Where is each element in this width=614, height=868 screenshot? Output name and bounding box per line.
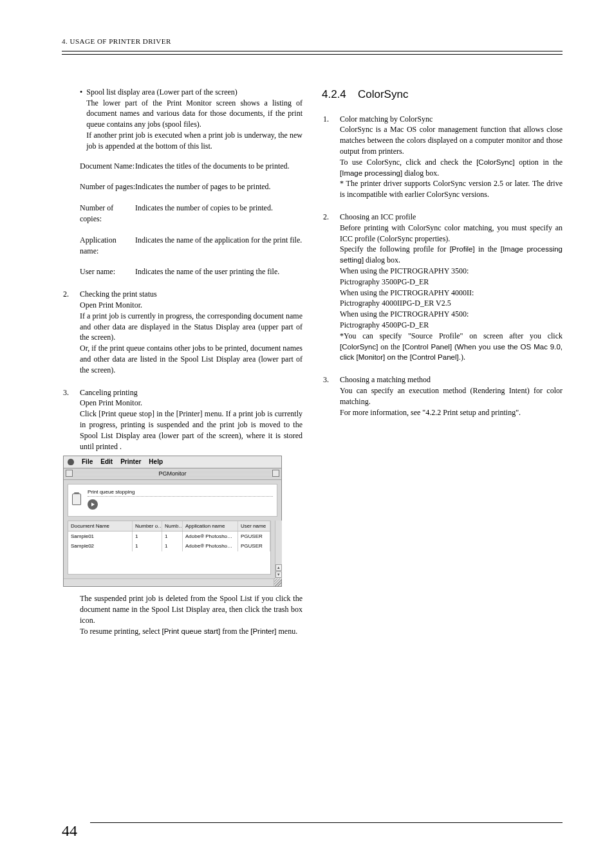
right-column: 4.2.4ColorSync 1. Color matching by Colo…	[322, 87, 563, 637]
cell-usr: PGUSER	[238, 531, 270, 541]
def-desc: Indicates the name of the application fo…	[135, 235, 302, 257]
def-desc: Indicates the number of copies to be pri…	[135, 203, 302, 225]
bullet-p1: The lower part of the Print Monitor scre…	[86, 98, 302, 129]
step-note: *You can specify "Source Profile" on scr…	[340, 331, 563, 362]
step-para: Or, if the print queue contains other jo…	[80, 344, 302, 374]
menu-edit[interactable]: Edit	[100, 457, 113, 466]
resize-handle-icon[interactable]	[274, 578, 281, 586]
step-title: Canceling printing	[80, 388, 138, 397]
col-num-copies[interactable]: Numb…	[162, 521, 183, 531]
step-para: ColorSync is a Mac OS color management f…	[340, 125, 563, 156]
col-user-name[interactable]: User name	[238, 521, 270, 531]
table-row[interactable]: Sample01 1 1 Adobe® Photosho… PGUSER	[68, 531, 270, 541]
play-stop-icon[interactable]	[88, 499, 98, 510]
cell-nc: 1	[162, 531, 183, 541]
def-term: Number of pages:	[80, 181, 135, 192]
profile-line: Pictrography 4000IIPG-D_ER V2.5	[340, 299, 451, 308]
step-number: 3.	[322, 374, 340, 418]
step-para: Click [Print queue stop] in the [Printer…	[80, 409, 302, 450]
profile-line: When using the PICTROGRAPHY 4500:	[340, 309, 469, 319]
def-term: Number of copies:	[80, 203, 135, 225]
left-column: • Spool list display area (Lower part of…	[62, 87, 302, 637]
window-titlebar[interactable]: PGMonitor	[64, 468, 281, 480]
def-term: Document Name:	[80, 161, 135, 172]
menubar[interactable]: File Edit Printer Help	[64, 456, 281, 468]
step-number: 1.	[322, 114, 340, 200]
cell-doc: Sample02	[68, 541, 133, 551]
window-title: PGMonitor	[158, 470, 186, 477]
def-desc: Indicates the name of the user printing …	[135, 266, 302, 277]
page-number: 44	[62, 820, 77, 842]
step-line: Open Print Monitor.	[80, 300, 142, 309]
bullet-p2: If another print job is executed when a …	[86, 131, 302, 151]
status-pane: Print queue stopping	[68, 484, 277, 517]
section-header: 4. USAGE OF PRINTER DRIVER	[62, 37, 171, 45]
after-p1: The suspended print job is deleted from …	[80, 594, 302, 625]
step-number: 2.	[62, 289, 80, 375]
step-para: Specify the following profile for [Profi…	[340, 245, 563, 264]
step-para: To use ColorSync, click and check the [C…	[340, 158, 563, 178]
scrollbar[interactable]: ▴ ▾	[275, 521, 282, 578]
apple-menu-icon[interactable]	[68, 459, 74, 465]
scroll-down-icon[interactable]: ▾	[275, 571, 282, 578]
step-number: 3.	[62, 387, 80, 452]
cell-np: 1	[133, 541, 162, 551]
menu-help[interactable]: Help	[149, 457, 163, 466]
profile-line: When using the PICTROGRAPHY 4000II:	[340, 288, 474, 297]
step-title: Choosing a matching method	[340, 375, 431, 384]
menu-file[interactable]: File	[82, 457, 93, 466]
col-app-name[interactable]: Application name	[183, 521, 238, 531]
scroll-up-icon[interactable]: ▴	[275, 564, 282, 571]
pgmonitor-window: File Edit Printer Help PGMonitor Print q…	[63, 456, 282, 587]
cell-nc: 1	[162, 541, 183, 551]
step-number: 2.	[322, 212, 340, 363]
after-p2: To resume printing, select [Print queue …	[80, 627, 297, 636]
definitions-table: Document Name: Indicates the titles of t…	[80, 161, 302, 278]
step-title: Checking the print status	[80, 290, 157, 299]
step-title: Color matching by ColorSync	[340, 115, 433, 124]
def-term: User name:	[80, 266, 135, 277]
menu-printer[interactable]: Printer	[120, 457, 141, 466]
col-num-pages[interactable]: Number o…	[133, 521, 162, 531]
step-line: Open Print Monitor.	[80, 398, 142, 407]
status-text: Print queue stopping	[88, 488, 273, 497]
section-title: ColorSync	[358, 88, 408, 100]
section-heading: 4.2.4ColorSync	[322, 87, 563, 102]
trash-icon[interactable]	[72, 494, 81, 505]
spool-list-table: Document Name Number o… Numb… Applicatio…	[68, 521, 271, 575]
step-para: For more information, see "4.2.2 Print s…	[340, 408, 521, 417]
section-number: 4.2.4	[322, 87, 358, 102]
footer-rule	[90, 822, 563, 823]
step-para: Before printing with ColorSync color mat…	[340, 223, 563, 243]
def-term: Application name:	[80, 235, 135, 257]
step-title: Choosing an ICC profile	[340, 212, 416, 221]
profile-line: Pictrography 3500PG-D_ER	[340, 277, 429, 286]
step-para: You can specify an execution method (Ren…	[340, 386, 563, 406]
def-desc: Indicates the number of pages to be prin…	[135, 181, 302, 192]
cell-app: Adobe® Photosho…	[183, 531, 238, 541]
step-note: * The printer driver supports ColorSync …	[340, 179, 563, 199]
bullet-icon: •	[80, 87, 82, 152]
def-desc: Indicates the titles of the documents to…	[135, 161, 302, 172]
cell-np: 1	[133, 531, 162, 541]
cell-doc: Sample01	[68, 531, 133, 541]
cell-usr: PGUSER	[238, 541, 270, 551]
table-row[interactable]: Sample02 1 1 Adobe® Photosho… PGUSER	[68, 541, 270, 551]
bullet-title: Spool list display area (Lower part of t…	[86, 88, 237, 97]
profile-line: Pictrography 4500PG-D_ER	[340, 320, 429, 329]
step-para: If a print job is currently in progress,…	[80, 311, 302, 342]
profile-line: When using the PICTROGRAPHY 3500:	[340, 266, 469, 275]
col-document-name[interactable]: Document Name	[68, 521, 133, 531]
cell-app: Adobe® Photosho…	[183, 541, 238, 551]
